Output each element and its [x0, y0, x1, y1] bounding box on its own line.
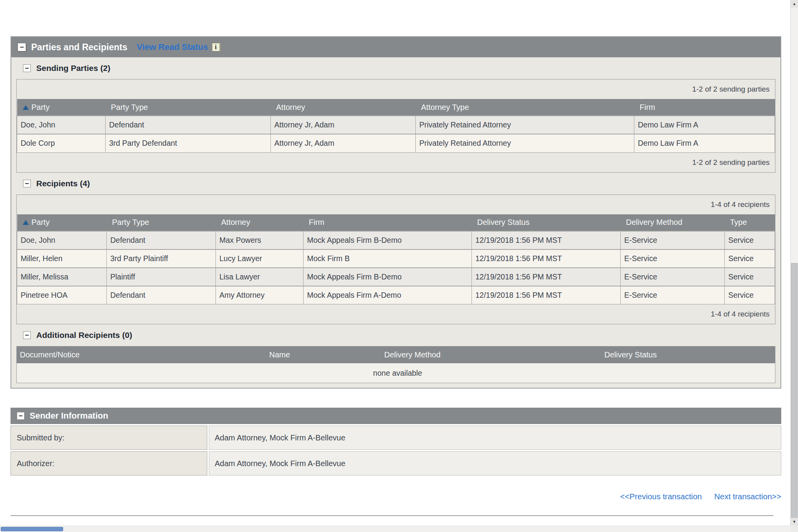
- column-header-firm[interactable]: Firm: [634, 99, 775, 116]
- attorney-cell: Attorney Jr, Adam: [271, 134, 416, 152]
- sort-ascending-icon: [23, 105, 29, 110]
- column-header-firm[interactable]: Firm: [304, 214, 472, 231]
- party-type-cell: Defendant: [107, 231, 216, 249]
- sending-parties-subheader: − Sending Parties (2): [11, 57, 780, 79]
- table-header-row: Party Party Type Attorney Firm Delivery …: [17, 214, 775, 231]
- type-cell: Service: [725, 268, 775, 286]
- collapse-icon[interactable]: −: [23, 180, 31, 187]
- table-row: Pinetree HOA Defendant Amy Attorney Mock…: [17, 286, 775, 304]
- column-header-attorney[interactable]: Attorney: [271, 99, 416, 116]
- column-header-party-type[interactable]: Party Type: [106, 99, 271, 116]
- party-type-cell: Defendant: [107, 286, 216, 304]
- info-icon[interactable]: i: [212, 43, 221, 51]
- sender-section-title: Sender Information: [30, 411, 108, 421]
- delivery-method-cell: E-Service: [621, 231, 725, 249]
- party-cell: Dole Corp: [17, 134, 106, 152]
- next-transaction-link[interactable]: Next transaction>>: [714, 492, 781, 501]
- horizontal-scrollbar[interactable]: [0, 526, 790, 532]
- sort-ascending-icon: [23, 220, 29, 225]
- party-type-cell: Plaintiff: [107, 268, 216, 286]
- delivery-method-cell: E-Service: [621, 249, 725, 268]
- type-cell: Service: [725, 286, 775, 304]
- firm-cell: Mock Appeals Firm B-Demo: [304, 268, 472, 286]
- page: − Parties and Recipients View Read Statu…: [0, 0, 798, 532]
- parties-section-title: Parties and Recipients: [31, 42, 127, 53]
- scroll-down-icon[interactable]: ▼: [791, 518, 798, 526]
- table-row: Dole Corp 3rd Party Defendant Attorney J…: [17, 134, 775, 152]
- table-row: Miller, Helen 3rd Party Plaintiff Lucy L…: [17, 249, 775, 268]
- party-cell: Doe, John: [17, 231, 107, 249]
- delivery-status-cell: 12/19/2018 1:56 PM MST: [472, 286, 621, 304]
- none-available-message: none available: [17, 363, 775, 383]
- firm-cell: Mock Appeals Firm A-Demo: [304, 286, 472, 304]
- column-header-name[interactable]: Name: [266, 346, 381, 363]
- sender-row: Submitted by: Adam Attorney, Mock Firm A…: [11, 426, 781, 450]
- submitted-by-value: Adam Attorney, Mock Firm A-Bellevue: [209, 426, 781, 450]
- delivery-method-cell: E-Service: [621, 268, 725, 286]
- column-header-delivery-status[interactable]: Delivery Status: [472, 214, 621, 231]
- delivery-method-cell: E-Service: [621, 286, 725, 304]
- delivery-status-cell: 12/19/2018 1:56 PM MST: [472, 268, 621, 286]
- sending-parties-table: Party Party Type Attorney Attorney Type …: [17, 99, 775, 153]
- firm-cell: Mock Firm B: [304, 249, 472, 268]
- table-row: none available: [17, 363, 775, 383]
- main-content: − Parties and Recipients View Read Statu…: [11, 0, 781, 516]
- bottom-divider: [11, 515, 773, 516]
- table-header-row: Party Party Type Attorney Attorney Type …: [17, 99, 775, 116]
- attorney-cell: Attorney Jr, Adam: [271, 116, 416, 134]
- parties-and-recipients-panel: − Parties and Recipients View Read Statu…: [11, 36, 781, 389]
- sending-parties-pager-bottom: 1-2 of 2 sending parties: [17, 153, 775, 172]
- attorney-cell: Max Powers: [216, 231, 304, 249]
- transaction-nav: <<Previous transaction Next transaction>…: [11, 492, 781, 501]
- view-read-status-link[interactable]: View Read Status: [137, 42, 208, 52]
- authorizer-value: Adam Attorney, Mock Firm A-Bellevue: [209, 451, 781, 475]
- table-row: Doe, John Defendant Attorney Jr, Adam Pr…: [17, 116, 775, 134]
- column-header-delivery-method[interactable]: Delivery Method: [621, 214, 725, 231]
- vertical-scrollbar[interactable]: ▲ ▼: [790, 0, 798, 532]
- party-type-cell: Defendant: [106, 116, 271, 134]
- previous-transaction-link[interactable]: <<Previous transaction: [620, 492, 702, 501]
- attorney-cell: Lucy Lawyer: [216, 249, 304, 268]
- collapse-icon[interactable]: −: [18, 43, 26, 51]
- collapse-icon[interactable]: −: [23, 64, 31, 72]
- recipients-pager-bottom: 1-4 of 4 recipients: [17, 304, 775, 324]
- party-cell: Pinetree HOA: [17, 286, 107, 304]
- table-row: Doe, John Defendant Max Powers Mock Appe…: [17, 231, 775, 249]
- submitted-by-label: Submitted by:: [11, 426, 207, 450]
- column-header-attorney-type[interactable]: Attorney Type: [416, 99, 634, 116]
- scroll-up-icon[interactable]: ▲: [791, 0, 798, 8]
- column-header-delivery-status[interactable]: Delivery Status: [601, 346, 775, 363]
- firm-cell: Demo Law Firm A: [634, 116, 775, 134]
- column-header-attorney[interactable]: Attorney: [216, 214, 304, 231]
- vertical-scrollbar-thumb[interactable]: [791, 263, 798, 522]
- column-header-type[interactable]: Type: [725, 214, 775, 231]
- horizontal-scrollbar-thumb[interactable]: [1, 527, 63, 531]
- recipients-table-box: 1-4 of 4 recipients Party Party Type Att…: [16, 194, 775, 325]
- column-header-party[interactable]: Party: [17, 99, 106, 116]
- additional-recipients-subheader: − Additional Recipients (0): [11, 324, 780, 346]
- additional-recipients-table: Document/Notice Name Delivery Method Del…: [17, 346, 775, 383]
- party-type-cell: 3rd Party Defendant: [106, 134, 271, 152]
- sending-parties-pager-top: 1-2 of 2 sending parties: [17, 80, 775, 99]
- authorizer-label: Authorizer:: [11, 451, 207, 475]
- attorney-type-cell: Privately Retained Attorney: [416, 116, 634, 134]
- sender-information-panel: − Sender Information Submitted by: Adam …: [11, 408, 781, 475]
- column-header-party[interactable]: Party: [17, 214, 107, 231]
- delivery-status-cell: 12/19/2018 1:56 PM MST: [472, 231, 621, 249]
- attorney-cell: Amy Attorney: [216, 286, 304, 304]
- table-header-row: Document/Notice Name Delivery Method Del…: [17, 346, 775, 363]
- delivery-status-cell: 12/19/2018 1:56 PM MST: [472, 249, 621, 268]
- column-header-document-notice[interactable]: Document/Notice: [17, 346, 266, 363]
- collapse-icon[interactable]: −: [23, 331, 31, 339]
- column-header-delivery-method[interactable]: Delivery Method: [381, 346, 601, 363]
- party-type-cell: 3rd Party Plaintiff: [107, 249, 216, 268]
- firm-cell: Demo Law Firm A: [634, 134, 775, 152]
- additional-recipients-title: Additional Recipients (0): [36, 331, 132, 340]
- sending-parties-title: Sending Parties (2): [36, 64, 110, 73]
- column-header-party-type[interactable]: Party Type: [107, 214, 216, 231]
- parties-section-header: − Parties and Recipients View Read Statu…: [11, 37, 780, 57]
- type-cell: Service: [725, 249, 775, 268]
- party-cell: Miller, Helen: [17, 249, 107, 268]
- sender-section-header: − Sender Information: [11, 408, 781, 424]
- collapse-icon[interactable]: −: [17, 412, 25, 420]
